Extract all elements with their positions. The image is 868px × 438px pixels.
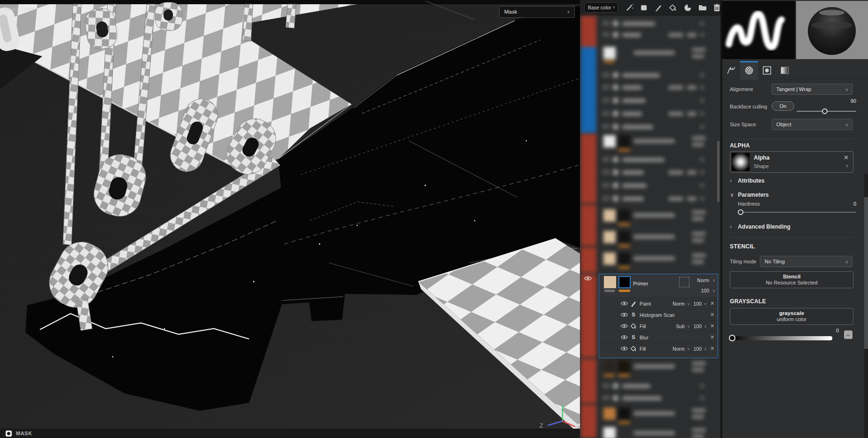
blurred-placeholder bbox=[633, 256, 675, 261]
material-sphere-preview bbox=[796, 1, 868, 59]
alignment-label: Alignment bbox=[730, 86, 753, 92]
tiling-mode-dropdown[interactable]: No Tiling∨ bbox=[760, 256, 852, 267]
hardness-slider-handle[interactable] bbox=[738, 209, 743, 215]
eye-icon[interactable] bbox=[621, 323, 628, 329]
brush-icon bbox=[630, 300, 637, 307]
parameters-fold[interactable]: ∨ Parameters bbox=[730, 192, 769, 198]
empty-reference-slot-icon[interactable] bbox=[679, 277, 689, 287]
mask-indicator-icon bbox=[6, 430, 12, 437]
chevron-down-icon: ∨ bbox=[712, 289, 715, 293]
alignment-dropdown[interactable]: Tangent | Wrap∨ bbox=[772, 84, 852, 95]
blurred-placeholder bbox=[692, 254, 706, 257]
remove-effect-button[interactable]: ✕ bbox=[710, 323, 714, 329]
opacity[interactable]: 100 bbox=[691, 346, 702, 352]
effect-row-histogram-scan[interactable]: S Histogram Scan ∨ ∨ ✕ bbox=[599, 309, 718, 320]
chevron-down-icon: ∨ bbox=[704, 324, 707, 329]
viewport-3d[interactable]: Y X Z Profile: Linear Mask ∨ MASK bbox=[0, 0, 580, 438]
alpha-resource-slot[interactable]: Alpha Shape ✕ ∨ bbox=[730, 151, 853, 173]
alpha-resource-type: Shape bbox=[754, 163, 769, 169]
eye-icon[interactable] bbox=[621, 346, 628, 351]
remove-effect-button[interactable]: ✕ bbox=[710, 346, 714, 352]
blurred-placeholder bbox=[613, 85, 618, 90]
backface-culling-slider-handle[interactable] bbox=[822, 108, 828, 114]
layer-group-primer[interactable]: Primer Norm ∨ 100 ∨ Paint Norm∨ 100∨ ✕ bbox=[599, 274, 718, 358]
blurred-placeholder bbox=[687, 33, 696, 37]
axis-z-label: Z bbox=[540, 422, 543, 429]
blurred-placeholder bbox=[622, 125, 653, 129]
blurred-placeholder bbox=[622, 33, 641, 37]
folder-icon[interactable] bbox=[698, 4, 707, 11]
clear-alpha-button[interactable]: ✕ bbox=[844, 154, 849, 161]
blurred-placeholder bbox=[581, 134, 596, 203]
smart-material-icon[interactable] bbox=[640, 4, 648, 12]
chevron-down-icon: ∨ bbox=[704, 302, 707, 306]
grayscale-slider-handle[interactable] bbox=[729, 335, 735, 341]
blurred-placeholder bbox=[613, 72, 618, 78]
blurred-placeholder bbox=[692, 428, 706, 432]
eye-icon[interactable] bbox=[621, 312, 628, 317]
layers-panel: Base color ∨ bbox=[580, 0, 720, 438]
blend-mode-dropdown[interactable]: Norm bbox=[692, 277, 709, 283]
stencil-resource-button[interactable]: Stencil No Resource Selected bbox=[730, 271, 853, 288]
remove-effect-button[interactable]: ✕ bbox=[710, 312, 714, 318]
primer-layer-header[interactable]: Primer Norm ∨ 100 ∨ bbox=[599, 274, 718, 298]
opacity-dropdown[interactable]: 100 bbox=[692, 288, 709, 293]
grayscale-swap-icon[interactable]: ↔ bbox=[844, 330, 852, 339]
viewport-3d-scene[interactable]: Y X Z bbox=[0, 0, 580, 438]
attributes-fold[interactable]: › Attributes bbox=[730, 177, 765, 184]
paint-layer-icon[interactable] bbox=[655, 4, 663, 12]
grayscale-value: 0 bbox=[820, 328, 839, 333]
eye-icon[interactable] bbox=[621, 335, 628, 340]
size-space-label: Size Space bbox=[730, 122, 756, 127]
blurred-placeholder bbox=[618, 245, 630, 247]
size-space-dropdown[interactable]: Object∨ bbox=[772, 119, 852, 130]
view-mode-dropdown[interactable]: Mask ∨ bbox=[499, 6, 575, 18]
advanced-blending-fold[interactable]: › Advanced Blending bbox=[730, 223, 790, 230]
remove-effect-button[interactable]: ✕ bbox=[710, 334, 714, 340]
fill-layer-icon[interactable] bbox=[669, 4, 677, 12]
blurred-placeholder bbox=[668, 85, 683, 90]
opacity[interactable]: 100 bbox=[691, 301, 702, 307]
effect-row-fill-sub[interactable]: Fill Sub∨ 100∨ ✕ bbox=[599, 320, 718, 331]
channel-selector-dropdown[interactable]: Base color ∨ bbox=[584, 2, 618, 13]
tab-grayscale[interactable] bbox=[776, 61, 794, 80]
effect-icon[interactable] bbox=[684, 4, 692, 12]
backface-culling-toggle[interactable]: On bbox=[772, 101, 794, 111]
brush-stroke-preview bbox=[722, 1, 795, 59]
blurred-placeholder bbox=[692, 217, 704, 221]
grayscale-resource-button[interactable]: grayscale uniform color bbox=[730, 308, 853, 325]
remove-effect-button[interactable]: ✕ bbox=[710, 300, 714, 307]
blurred-placeholder bbox=[622, 99, 646, 103]
grayscale-gradient-slider[interactable] bbox=[730, 336, 832, 340]
mask-thumbnail-selected[interactable] bbox=[618, 276, 631, 288]
opacity[interactable]: 100 bbox=[691, 323, 702, 329]
blurred-placeholder bbox=[687, 85, 696, 90]
blurred-placeholder bbox=[622, 384, 650, 388]
layer-visibility-eye-icon[interactable] bbox=[584, 276, 592, 281]
chevron-down-icon: ∨ bbox=[730, 192, 736, 198]
trash-icon[interactable] bbox=[713, 4, 720, 12]
tab-brush[interactable] bbox=[722, 61, 740, 80]
layer-name: Primer bbox=[633, 281, 648, 286]
blend-mode[interactable]: Norm bbox=[669, 301, 685, 307]
properties-scrollbar-thumb[interactable] bbox=[864, 197, 868, 349]
blend-mode[interactable]: Norm bbox=[669, 346, 685, 352]
hardness-slider[interactable] bbox=[738, 212, 856, 213]
tab-stencil[interactable] bbox=[758, 61, 776, 80]
mask-status-label: MASK bbox=[16, 430, 32, 436]
layers-scrollbar-thumb[interactable] bbox=[717, 141, 719, 202]
magic-wand-icon[interactable] bbox=[626, 4, 633, 12]
blurred-placeholder bbox=[602, 111, 610, 115]
effect-row-fill-norm[interactable]: Fill Norm∨ 100∨ ✕ bbox=[599, 343, 718, 354]
fill-thumbnail[interactable] bbox=[604, 276, 616, 288]
blurred-placeholder bbox=[618, 253, 630, 265]
blend-mode[interactable]: Sub bbox=[669, 323, 685, 329]
tab-alpha[interactable] bbox=[740, 61, 758, 80]
eye-icon[interactable] bbox=[621, 301, 628, 306]
effect-row-blur[interactable]: S Blur ∨ ∨ ✕ bbox=[599, 331, 718, 343]
blurred-placeholder bbox=[604, 374, 614, 377]
blurred-placeholder bbox=[700, 184, 704, 187]
blurred-placeholder bbox=[613, 32, 618, 38]
scene-top-band bbox=[0, 0, 580, 4]
effect-row-paint[interactable]: Paint Norm∨ 100∨ ✕ bbox=[599, 298, 718, 309]
